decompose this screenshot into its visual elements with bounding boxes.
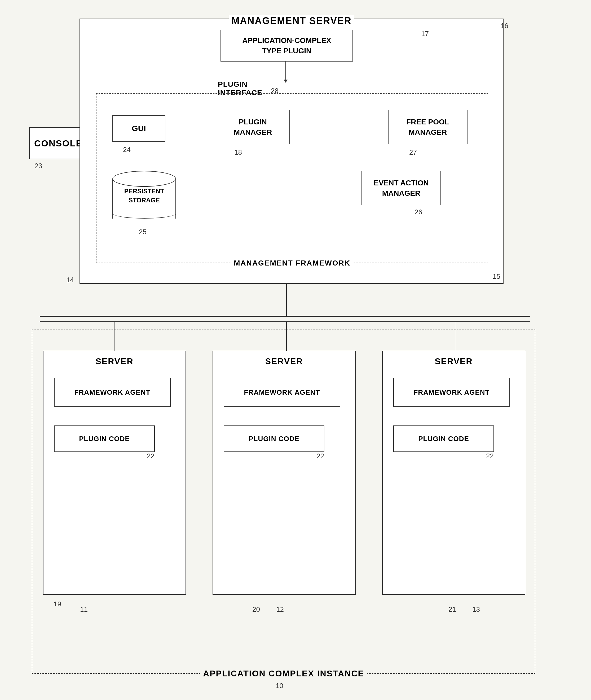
management-framework-box: MANAGEMENT FRAMEWORK GUI 24 PLUGINMANAGE… xyxy=(96,94,488,263)
server2-framework-agent-label: FRAMEWORK AGENT xyxy=(244,388,320,397)
event-action-manager-label: EVENT ACTIONMANAGER xyxy=(374,178,429,198)
arrow-down-head xyxy=(284,79,287,83)
server2-framework-agent-box: FRAMEWORK AGENT xyxy=(224,378,340,407)
ref-13: 13 xyxy=(472,605,480,614)
console-box: CONSOLE xyxy=(29,127,87,159)
management-server-label: MANAGEMENT SERVER xyxy=(229,15,354,26)
server3-label: SERVER xyxy=(435,356,472,366)
diagram: CONSOLE 23 MANAGEMENT SERVER 16 APPLICAT… xyxy=(26,11,565,687)
arrow-down-line xyxy=(285,62,286,80)
server1-framework-agent-box: FRAMEWORK AGENT xyxy=(54,378,171,407)
ref-26: 26 xyxy=(414,208,422,216)
server2-plugin-code-label: PLUGIN CODE xyxy=(249,435,300,443)
server3-framework-agent-box: FRAMEWORK AGENT xyxy=(393,378,510,407)
management-framework-label: MANAGEMENT FRAMEWORK xyxy=(231,259,353,268)
server1-framework-agent-label: FRAMEWORK AGENT xyxy=(74,388,150,397)
ref-21: 21 xyxy=(448,605,456,614)
ref-17: 17 xyxy=(421,30,429,38)
ref-25: 25 xyxy=(139,228,146,236)
ref-27: 27 xyxy=(409,148,417,157)
server3-plugin-code-box: PLUGIN CODE xyxy=(393,425,494,452)
server1-ref22: 22 xyxy=(147,452,154,460)
persistent-storage-label: PERSISTENTSTORAGE xyxy=(113,187,176,205)
server1-box: SERVER FRAMEWORK AGENT PLUGIN CODE 22 xyxy=(43,351,186,595)
server1-label: SERVER xyxy=(95,356,133,366)
server1-plugin-code-label: PLUGIN CODE xyxy=(79,435,130,443)
free-pool-manager-label: FREE POOLMANAGER xyxy=(406,117,449,137)
event-action-manager-box: EVENT ACTIONMANAGER xyxy=(362,171,441,205)
server2-ref22: 22 xyxy=(316,452,324,460)
server2-box: SERVER FRAMEWORK AGENT PLUGIN CODE 22 xyxy=(212,351,356,595)
app-complex-type-plugin-label: APPLICATION-COMPLEXTYPE PLUGIN xyxy=(242,35,331,56)
console-label: CONSOLE xyxy=(34,138,82,149)
gui-box: GUI xyxy=(112,115,166,142)
server3-box: SERVER FRAMEWORK AGENT PLUGIN CODE 22 xyxy=(382,351,525,595)
ref-19: 19 xyxy=(54,600,61,608)
network-line-bottom xyxy=(40,321,530,322)
app-complex-instance-label: APPLICATION COMPLEX INSTANCE xyxy=(200,669,367,679)
server3-framework-agent-label: FRAMEWORK AGENT xyxy=(413,388,489,397)
app-complex-instance-box: APPLICATION COMPLEX INSTANCE SERVER FRAM… xyxy=(32,329,535,674)
ref-14: 14 xyxy=(66,276,74,284)
ref-24: 24 xyxy=(123,145,131,154)
vert-line-center xyxy=(286,284,287,316)
server2-plugin-code-box: PLUGIN CODE xyxy=(224,425,324,452)
ref-11: 11 xyxy=(80,605,88,614)
management-server-box: MANAGEMENT SERVER 16 APPLICATION-COMPLEX… xyxy=(79,18,504,284)
ref-23: 23 xyxy=(35,162,42,170)
server2-label: SERVER xyxy=(265,356,303,366)
plugin-manager-label: PLUGINMANAGER xyxy=(234,117,272,137)
ref-10: 10 xyxy=(276,682,283,690)
network-line-top xyxy=(40,316,530,317)
cylinder-bottom xyxy=(113,208,176,219)
server3-ref22: 22 xyxy=(486,452,494,460)
plugin-manager-box: PLUGINMANAGER xyxy=(216,110,290,144)
ref-12: 12 xyxy=(276,605,284,614)
server3-plugin-code-label: PLUGIN CODE xyxy=(418,435,469,443)
free-pool-manager-box: FREE POOLMANAGER xyxy=(388,110,467,144)
server1-plugin-code-box: PLUGIN CODE xyxy=(54,425,155,452)
persistent-storage: PERSISTENTSTORAGE xyxy=(112,171,176,227)
app-complex-type-plugin-box: APPLICATION-COMPLEXTYPE PLUGIN xyxy=(220,30,353,62)
gui-label: GUI xyxy=(132,124,146,133)
ref-15: 15 xyxy=(493,273,500,281)
cylinder-top xyxy=(112,171,176,187)
ref-16: 16 xyxy=(501,22,508,30)
ref-20: 20 xyxy=(252,605,260,614)
ref-18: 18 xyxy=(234,148,242,157)
